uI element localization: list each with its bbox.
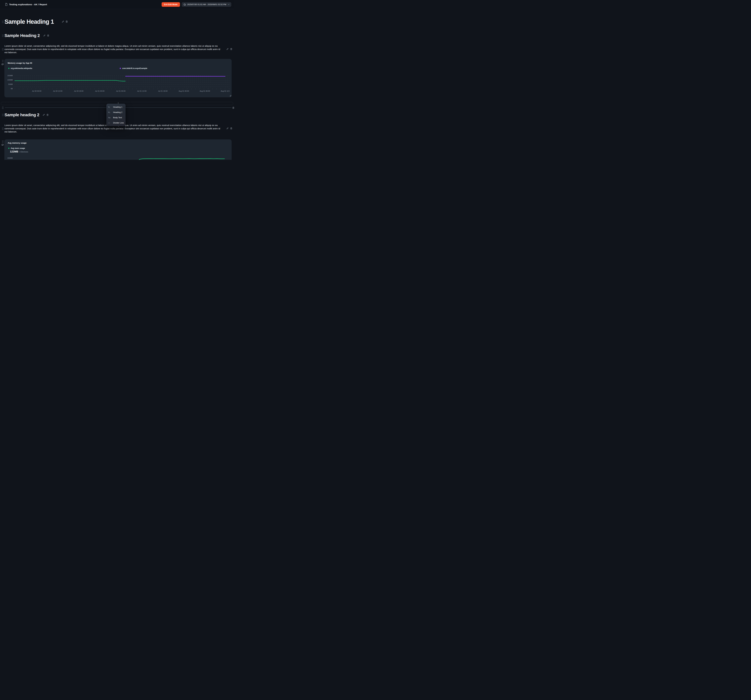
legend-label: Avg mem usage (11, 147, 25, 149)
summary-value: 122MB (10, 150, 19, 153)
legend-dot-purple (120, 68, 121, 69)
trash-icon[interactable] (232, 107, 234, 109)
menu-item-body-text[interactable]: Aa Body Text (107, 115, 125, 120)
time-range-value: 2025/07/30 01:02 AM - 2025/08/01 02:52 P… (187, 3, 226, 6)
legend-label: org.wikimedia.wikipedia (11, 67, 32, 70)
x-axis-tick-label: Aug 01 06:00 (198, 90, 212, 92)
series-line (15, 80, 125, 81)
summary-row: 122MB 3 Devices (10, 150, 28, 153)
drag-handle-paragraph[interactable] (2, 127, 4, 130)
heading2-text: Sample Heading 2 (5, 33, 40, 38)
chart-canvas (15, 74, 230, 90)
paragraph-text: Lorem ipsum dolor sit amet, consectetur … (5, 44, 223, 54)
legend-dot-green (8, 148, 9, 149)
edit-pencil-icon[interactable] (62, 20, 64, 23)
x-axis-tick-label: Jul 30 12:00 (51, 90, 65, 92)
chart-title: Memory usage by App ID (8, 62, 32, 64)
drag-handle-chart2[interactable] (2, 140, 4, 143)
drag-handle-chart1[interactable] (2, 60, 4, 62)
exit-edit-mode-button[interactable]: Exit Edit Mode (162, 2, 180, 7)
chevron-down-icon (228, 4, 230, 5)
summary-devices: 3 Devices (20, 151, 28, 153)
chart-card-memory-by-appid[interactable]: Memory usage by App ID org.wikimedia.wik… (5, 59, 232, 97)
body-text-icon: Aa (108, 117, 112, 119)
file-icon (5, 3, 8, 6)
x-axis-tick-label: Jul 31 06:00 (114, 90, 128, 92)
chart-plot-area[interactable]: Jul 30 06:00Jul 30 12:00Jul 30 18:00Jul … (15, 74, 230, 93)
edit-pencil-icon[interactable] (226, 127, 229, 130)
eye-off-icon[interactable] (1, 143, 4, 146)
trash-icon[interactable] (46, 114, 49, 116)
heading1-text: Sample Heading 1 (5, 19, 54, 25)
series-line (133, 159, 224, 160)
breadcrumb: Testing explorations - AK / Report (5, 3, 47, 6)
chart-canvas (15, 154, 230, 160)
drag-handle-heading1[interactable] (2, 20, 4, 23)
chart-card-avg-memory[interactable]: Avg memory usage Avg mem usage 122MB 3 D… (5, 139, 232, 160)
trash-icon[interactable] (47, 34, 49, 37)
chart-plot-area[interactable] (15, 154, 230, 160)
edit-pencil-icon[interactable] (226, 48, 229, 50)
y-axis-tick-label: 50MB (5, 83, 13, 85)
drag-handle-heading2[interactable] (2, 34, 4, 37)
edit-pencil-icon[interactable] (43, 34, 46, 37)
x-axis-tick-label: Jul 31 12:00 (135, 90, 148, 92)
legend-dot-green (8, 68, 9, 69)
time-range-picker[interactable]: 2025/07/30 01:02 AM - 2025/08/01 02:52 P… (182, 2, 231, 7)
x-axis-tick-label: Aug 01 00:00 (177, 90, 191, 92)
x-axis-tick-label: Jul 31 18:00 (156, 90, 170, 92)
y-axis-labels: 150MB (5, 154, 13, 160)
y-axis-tick-label: 100MB (5, 79, 13, 81)
trash-icon[interactable] (230, 127, 232, 130)
drag-handle-divider[interactable] (2, 107, 4, 109)
drag-handle-paragraph[interactable] (2, 48, 4, 51)
y-axis-tick-label: 0B (5, 88, 13, 90)
resize-handle-icon[interactable] (230, 95, 232, 97)
x-axis-tick-label: Jul 31 00:00 (93, 90, 107, 92)
eye-off-icon[interactable] (1, 63, 4, 65)
legend-label: com.bitdrift.io.expoExample (122, 67, 147, 70)
edit-pencil-icon[interactable] (43, 114, 45, 116)
heading1-icon: H₁ (108, 106, 112, 108)
legend-item[interactable]: org.wikimedia.wikipedia (8, 67, 32, 70)
clock-icon (184, 3, 186, 6)
divider-line-icon: — (108, 122, 112, 124)
heading2-icon: H₂ (108, 111, 112, 113)
y-axis-labels: 150MB100MB50MB0B (5, 74, 13, 91)
insert-block-menu: H₁ Heading 1 H₂ Heading 2 Aa Body Text —… (107, 104, 125, 126)
x-axis-tick-label: Jul 30 06:00 (30, 90, 43, 92)
menu-item-divider-line[interactable]: — Divider Line (107, 120, 125, 125)
y-axis-tick-label: 150MB (5, 157, 13, 159)
trash-icon[interactable] (65, 20, 68, 23)
x-axis-tick-label: Jul 30 18:00 (72, 90, 85, 92)
legend-item[interactable]: com.bitdrift.io.expoExample (120, 67, 147, 70)
x-axis-tick-label: Aug 01 12:00 (219, 90, 230, 92)
drag-handle-heading2b[interactable] (2, 114, 4, 116)
legend-item[interactable]: Avg mem usage (8, 147, 25, 149)
y-axis-tick-label: 150MB (5, 75, 13, 76)
chart-title: Avg memory usage (8, 142, 26, 144)
menu-item-heading1[interactable]: H₁ Heading 1 (107, 104, 125, 110)
top-bar: Testing explorations - AK / Report Exit … (0, 0, 234, 9)
heading2b-text: Sample heading 2 (5, 113, 39, 117)
page-title: Testing explorations - AK / Report (9, 3, 47, 6)
menu-item-heading2[interactable]: H₂ Heading 2 (107, 110, 125, 115)
trash-icon[interactable] (230, 48, 232, 50)
